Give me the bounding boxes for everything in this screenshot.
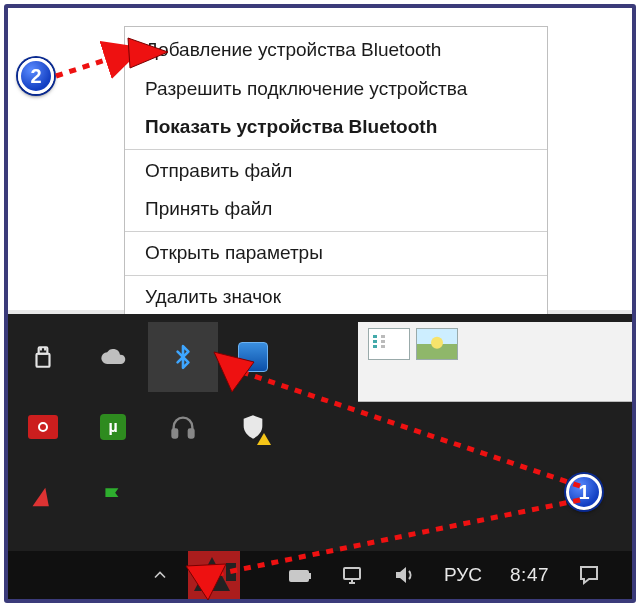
svg-rect-7: [308, 574, 310, 578]
tray-utorrent[interactable]: µ: [78, 392, 148, 462]
menu-allow-connection[interactable]: Разрешить подключение устройства: [125, 70, 547, 109]
tray-intel-graphics[interactable]: [218, 322, 288, 392]
svg-rect-9: [344, 568, 360, 579]
tray-icon-grid: µ: [8, 322, 358, 532]
menu-add-bluetooth-device[interactable]: Добавление устройства Bluetooth: [125, 31, 547, 70]
bluetooth-icon: [169, 343, 197, 371]
annotation-badge-2: 2: [18, 58, 54, 94]
tray-chevron-up-icon[interactable]: [148, 563, 172, 587]
menu-separator: [125, 275, 547, 276]
menu-open-settings[interactable]: Открыть параметры: [125, 234, 547, 273]
menu-send-file[interactable]: Отправить файл: [125, 152, 547, 191]
taskbar: РУС 8:47: [8, 551, 632, 599]
thumbnail-picture[interactable]: [416, 328, 458, 360]
tray-usb[interactable]: [8, 322, 78, 392]
tray-empty: [218, 462, 288, 532]
tray-bluetooth[interactable]: [148, 322, 218, 392]
tray-security-alert[interactable]: [218, 392, 288, 462]
screenshot-frame: Добавление устройства Bluetooth Разрешит…: [4, 4, 636, 603]
tray-flag[interactable]: [78, 462, 148, 532]
headphones-icon: [169, 413, 197, 441]
usb-icon: [29, 343, 57, 371]
menu-remove-icon[interactable]: Удалить значок: [125, 278, 547, 317]
intel-graphics-icon: [238, 342, 268, 372]
triangle-icon: [29, 483, 57, 511]
tray-empty: [288, 392, 358, 462]
menu-separator: [125, 149, 547, 150]
network-icon[interactable]: [340, 563, 364, 587]
onedrive-icon: [99, 343, 127, 371]
menu-separator: [125, 231, 547, 232]
security-warning-icon: [239, 413, 267, 441]
svg-rect-5: [189, 429, 194, 437]
tray-empty: [148, 462, 218, 532]
svg-rect-1: [37, 354, 50, 367]
menu-receive-file[interactable]: Принять файл: [125, 190, 547, 229]
battery-icon[interactable]: [288, 563, 312, 587]
tray-empty: [288, 322, 358, 392]
language-indicator[interactable]: РУС: [444, 564, 482, 586]
svg-rect-8: [292, 573, 306, 579]
tray-onedrive[interactable]: [78, 322, 148, 392]
camera-icon: [28, 415, 58, 439]
annotation-badge-1: 1: [566, 474, 602, 510]
volume-icon[interactable]: [392, 563, 416, 587]
menu-show-bluetooth-devices[interactable]: Показать устройства Bluetooth: [125, 108, 547, 147]
utorrent-icon: µ: [100, 414, 126, 440]
flag-icon: [99, 483, 127, 511]
tray-camera[interactable]: [8, 392, 78, 462]
tray-headphones[interactable]: [148, 392, 218, 462]
taskbar-app-red[interactable]: [188, 551, 240, 599]
tray-empty: [288, 462, 358, 532]
bluetooth-context-menu: Добавление устройства Bluetooth Разрешит…: [124, 26, 548, 319]
window-thumbnails: [358, 322, 632, 402]
action-center-icon[interactable]: [577, 563, 601, 587]
tray-triangle[interactable]: [8, 462, 78, 532]
tray-flyout-area: µ: [8, 314, 632, 599]
thumbnail-list[interactable]: [368, 328, 410, 360]
svg-rect-4: [173, 429, 178, 437]
taskbar-clock[interactable]: 8:47: [510, 564, 549, 586]
